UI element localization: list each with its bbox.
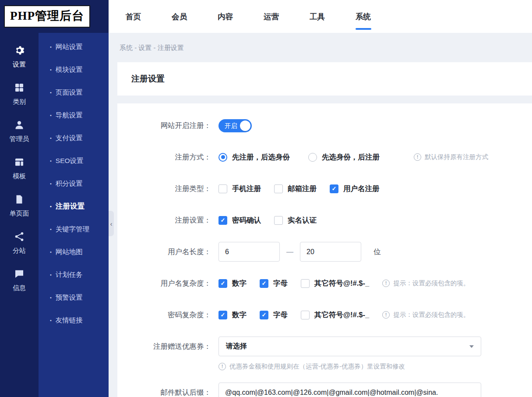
sidebar-item-friend-links[interactable]: 友情链接 xyxy=(39,309,109,332)
checkbox-username-symbols[interactable]: 其它符号@!#.$-_ xyxy=(301,279,369,288)
rail-item-label: 设置 xyxy=(13,60,26,69)
checkbox-icon xyxy=(330,184,338,193)
field-label: 密码复杂度： xyxy=(133,310,211,320)
info-icon xyxy=(382,311,390,319)
range-separator: — xyxy=(286,248,293,256)
sidebar-body: 设置 类别 管理员 模板 单页面 xyxy=(0,33,109,397)
field-label: 注册设置： xyxy=(133,216,211,225)
rail-item-label: 单页面 xyxy=(10,209,29,218)
form-row-register-setting: 注册设置： 密码确认 实名认证 xyxy=(133,210,532,230)
checkbox-password-letters[interactable]: 字母 xyxy=(260,310,288,320)
rail-item-messages[interactable]: 信息 xyxy=(0,262,39,299)
hint-text: 默认保持原有注册方式 xyxy=(425,153,488,161)
rail-item-single-page[interactable]: 单页面 xyxy=(0,187,39,224)
checkbox-option-label: 手机注册 xyxy=(232,184,261,194)
form-row-password-complexity: 密码复杂度： 数字 字母 其它符号@!#.$-_ xyxy=(133,305,532,325)
nav-item-system[interactable]: 系统 xyxy=(355,0,372,33)
sidebar-item-keyword-management[interactable]: 关键字管理 xyxy=(39,218,109,241)
menu-item-label: 预警设置 xyxy=(56,293,83,302)
sidebar-item-alert-settings[interactable]: 预警设置 xyxy=(39,286,109,309)
username-max-length-input[interactable] xyxy=(300,242,361,262)
sidebar-item-sitemap[interactable]: 网站地图 xyxy=(39,241,109,263)
nav-item-label: 运营 xyxy=(264,12,279,21)
sidebar-item-seo-settings[interactable]: SEO设置 xyxy=(39,149,109,172)
rail-item-admins[interactable]: 管理员 xyxy=(0,113,39,150)
sidebar-item-module-settings[interactable]: 模块设置 xyxy=(39,58,109,81)
username-min-length-input[interactable] xyxy=(218,242,280,262)
sidebar-item-payment-settings[interactable]: 支付设置 xyxy=(39,127,109,149)
nav-item-operations[interactable]: 运营 xyxy=(263,0,280,33)
coupon-select[interactable]: 请选择 xyxy=(218,337,481,356)
checkbox-email-register[interactable]: 邮箱注册 xyxy=(274,184,317,194)
rail-item-label: 分站 xyxy=(13,247,26,255)
checkbox-realname-auth[interactable]: 实名认证 xyxy=(274,216,317,225)
form-row-register-coupon: 注册赠送优惠券： 请选择 优惠券金额和使用规则在（运营-优惠券-优惠券）里设置和… xyxy=(133,337,532,371)
page-title: 注册设置 xyxy=(117,62,532,96)
radio-option-label: 先选身份，后注册 xyxy=(322,152,380,162)
sidebar-item-nav-settings[interactable]: 导航设置 xyxy=(39,104,109,127)
message-icon xyxy=(14,269,25,281)
checkbox-password-symbols[interactable]: 其它符号@!#.$-_ xyxy=(301,310,369,320)
checkbox-username-digits[interactable]: 数字 xyxy=(218,279,247,288)
sidebar-item-page-settings[interactable]: 页面设置 xyxy=(39,81,109,104)
nav-item-tools[interactable]: 工具 xyxy=(309,0,326,33)
field-hint: 提示：设置必须包含的项。 xyxy=(382,279,469,287)
checkbox-icon xyxy=(218,184,227,193)
nav-item-content[interactable]: 内容 xyxy=(217,0,234,33)
top-navigation: 首页 会员 内容 运营 工具 系统 xyxy=(109,0,532,33)
rail-item-categories[interactable]: 类别 xyxy=(0,75,39,113)
app-layout: PHP管理后台 设置 类别 管理员 模板 xyxy=(0,0,532,397)
sidebar-item-register-settings[interactable]: 注册设置 xyxy=(39,195,109,218)
checkbox-option-label: 数字 xyxy=(232,279,247,288)
length-unit-label: 位 xyxy=(373,247,381,257)
checkbox-icon xyxy=(218,279,227,288)
menu-item-label: 导航设置 xyxy=(56,111,83,120)
rail-item-label: 类别 xyxy=(13,98,26,106)
form-row-register-method: 注册方式： 先注册，后选身份 先选身份，后注册 默认保持原有注册方式 xyxy=(133,147,532,167)
field-label: 注册类型： xyxy=(133,184,211,194)
rail-item-substation[interactable]: 分站 xyxy=(0,224,39,262)
checkbox-password-digits[interactable]: 数字 xyxy=(218,310,247,320)
share-icon xyxy=(14,231,25,244)
checkbox-password-confirm[interactable]: 密码确认 xyxy=(218,216,261,225)
menu-item-label: 积分设置 xyxy=(56,179,83,188)
checkbox-icon xyxy=(301,279,310,288)
sidebar-item-website-settings[interactable]: 网站设置 xyxy=(39,35,109,58)
checkbox-username-register[interactable]: 用户名注册 xyxy=(330,184,380,194)
checkbox-icon xyxy=(260,279,268,288)
main-area: 首页 会员 内容 运营 工具 系统 系统 - 设置 - 注册设置 注册设置 网站… xyxy=(109,0,532,397)
sidebar-item-cron-tasks[interactable]: 计划任务 xyxy=(39,263,109,286)
form-row-username-length: 用户名长度： — 位 xyxy=(133,242,532,262)
radio-option-label: 先注册，后选身份 xyxy=(232,152,290,162)
email-suffix-input[interactable] xyxy=(218,383,481,397)
rail-item-settings[interactable]: 设置 xyxy=(0,38,39,75)
radio-identity-then-register[interactable]: 先选身份，后注册 xyxy=(308,152,380,162)
menu-item-label: 计划任务 xyxy=(56,270,83,280)
info-icon xyxy=(218,363,226,370)
registration-settings-form: 网站开启注册： 开启 注册方式： 先注册，后选身份 xyxy=(117,103,532,397)
rail-item-templates[interactable]: 模板 xyxy=(0,150,39,187)
nav-item-home[interactable]: 首页 xyxy=(125,0,142,33)
menu-item-label: 注册设置 xyxy=(56,202,85,211)
menu-item-label: SEO设置 xyxy=(56,156,84,166)
coupon-hint: 优惠券金额和使用规则在（运营-优惠券-优惠券）里设置和修改 xyxy=(218,362,405,371)
nav-item-members[interactable]: 会员 xyxy=(171,0,188,33)
sidebar-collapse-handle[interactable] xyxy=(109,211,114,236)
toggle-state-label: 开启 xyxy=(225,119,237,132)
page-icon xyxy=(14,194,25,206)
gear-icon xyxy=(14,45,25,57)
logo-area: PHP管理后台 xyxy=(0,0,109,33)
checkbox-icon xyxy=(218,216,227,225)
sidebar: PHP管理后台 设置 类别 管理员 模板 xyxy=(0,0,109,397)
field-label: 网站开启注册： xyxy=(133,121,211,131)
settings-submenu: 网站设置 模块设置 页面设置 导航设置 支付设置 SEO设置 积分设置 注册设置… xyxy=(39,33,109,397)
radio-register-then-identity[interactable]: 先注册，后选身份 xyxy=(218,152,290,162)
checkbox-phone-register[interactable]: 手机注册 xyxy=(218,184,261,194)
app-logo[interactable]: PHP管理后台 xyxy=(4,5,90,28)
register-open-toggle[interactable]: 开启 xyxy=(218,119,252,132)
sidebar-item-points-settings[interactable]: 积分设置 xyxy=(39,172,109,195)
checkbox-icon xyxy=(260,311,268,319)
checkbox-icon xyxy=(218,311,227,319)
checkbox-username-letters[interactable]: 字母 xyxy=(260,279,288,288)
field-label: 注册方式： xyxy=(133,152,211,162)
